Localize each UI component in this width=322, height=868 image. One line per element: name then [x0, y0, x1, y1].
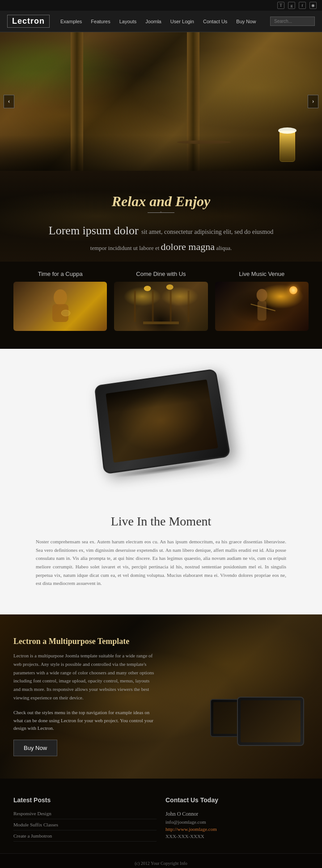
hero-foam — [278, 127, 297, 134]
svg-point-7 — [144, 286, 151, 291]
card-dine-image[interactable] — [114, 282, 208, 331]
header: Lectron Examples Features Layouts Joomla… — [0, 11, 322, 32]
footer-contact-url[interactable]: http://www.joomlage.com — [165, 826, 309, 832]
promo-cta-text: Check out the styles menu in the top nav… — [13, 710, 153, 731]
slider-next-button[interactable]: › — [308, 95, 318, 108]
footer-contact-email: info@joomlage.com — [165, 819, 309, 825]
slider-prev-button[interactable]: ‹ — [4, 95, 14, 108]
promo-tablet-large-screen — [241, 700, 301, 742]
card-music: Live Music Venue — [215, 271, 309, 331]
google-plus-icon[interactable]: g — [288, 2, 295, 9]
cuppa-person-svg — [47, 288, 74, 324]
facebook-icon[interactable]: f — [299, 2, 306, 9]
footer-contact-name: John O Connor — [165, 811, 309, 817]
footer-info: Latest Posts Responsive Design Module Su… — [0, 779, 322, 853]
tablet-screen — [106, 380, 218, 463]
tablet-body — [94, 368, 231, 474]
footer-contact-col: Contact Us Today John O Connor info@joom… — [165, 796, 309, 844]
card-cuppa: Time for a Cuppa — [13, 271, 107, 331]
rss-icon[interactable]: ◉ — [309, 2, 317, 9]
promo-body: Lectron is a multipurpose Joomla templat… — [13, 652, 154, 702]
main-nav: Examples Features Layouts Joomla User Lo… — [60, 19, 270, 24]
nav-contact-us[interactable]: Contact Us — [203, 19, 227, 24]
relax-divider — [148, 212, 174, 213]
relax-section: Relax and Enjoy Lorem ipsum dolor sit am… — [0, 171, 322, 262]
lorem-aliqua: aliqua. — [216, 245, 232, 251]
moment-section: Live In the Moment Noster comprehensam s… — [0, 501, 322, 614]
svg-point-9 — [256, 289, 267, 301]
promo-section: Lectron a Multipurpose Template Lectron … — [0, 614, 322, 779]
promo-text-block: Lectron a Multipurpose Template Lectron … — [13, 637, 154, 756]
twitter-icon[interactable]: 𝕋 — [277, 2, 284, 9]
top-bar: 𝕋 g f ◉ — [0, 0, 322, 11]
promo-title: Lectron a Multipurpose Template — [13, 637, 154, 646]
moment-title: Live In the Moment — [36, 514, 286, 529]
svg-point-2 — [61, 310, 70, 316]
nav-features[interactable]: Features — [91, 19, 110, 24]
footer-posts-col: Latest Posts Responsive Design Module Su… — [13, 796, 157, 844]
tablet-device — [94, 368, 231, 474]
footer-contact-title: Contact Us Today — [165, 796, 309, 804]
svg-rect-6 — [188, 291, 190, 322]
svg-rect-10 — [257, 301, 266, 321]
tablet-section — [0, 349, 322, 501]
buy-now-button[interactable]: Buy Now — [13, 740, 57, 756]
lorem-small: sit amet, consectetur adipisicing elit, … — [141, 229, 273, 235]
footer-post-1[interactable]: Responsive Design — [13, 811, 157, 819]
svg-rect-4 — [152, 291, 154, 322]
card-music-title: Live Music Venue — [215, 271, 309, 277]
svg-rect-5 — [170, 291, 172, 322]
music-svg — [215, 282, 309, 331]
footer-contact-phone: XXX-XXX-XXXX — [165, 834, 309, 839]
logo[interactable]: Lectron — [7, 15, 50, 28]
dine-interior-svg — [114, 282, 208, 331]
card-dine: Come Dine with Us — [114, 271, 208, 331]
svg-point-8 — [166, 284, 174, 290]
hero-slider: ‹ › — [0, 32, 322, 171]
relax-lorem2: tempor incididunt ut labore et dolore ma… — [9, 241, 313, 253]
footer-bottom: (c) 2012 Your Copyright Info Home Templa… — [0, 853, 322, 868]
relax-title: Relax and Enjoy — [9, 193, 313, 210]
card-dine-title: Come Dine with Us — [114, 271, 208, 277]
footer-copyright: (c) 2012 Your Copyright Info — [9, 861, 313, 866]
lorem-dolore: dolore magna — [161, 241, 215, 252]
nav-layouts[interactable]: Layouts — [119, 19, 137, 24]
moment-paragraph: Noster comprehensam sea ex. Autem harum … — [36, 538, 286, 588]
svg-point-0 — [54, 289, 67, 305]
hero-dark-overlay — [0, 135, 322, 171]
lorem-large-start: Lorem ipsum dolor — [49, 224, 139, 237]
nav-user-login[interactable]: User Login — [170, 19, 194, 24]
footer-posts-title: Latest Posts — [13, 796, 157, 804]
promo-cta: Check out the styles menu in the top nav… — [13, 709, 154, 733]
tablet-screen-content — [106, 380, 218, 463]
hero-image — [0, 32, 322, 171]
cuppa-person-figure — [13, 282, 107, 331]
card-music-image[interactable] — [215, 282, 309, 331]
footer-post-3[interactable]: Create a Jumbotron — [13, 833, 157, 842]
nav-buy-now[interactable]: Buy Now — [236, 19, 256, 24]
relax-lorem-block: Lorem ipsum dolor sit amet, consectetur … — [9, 222, 313, 239]
card-cuppa-image[interactable] — [13, 282, 107, 331]
svg-rect-3 — [134, 291, 136, 322]
card-cuppa-title: Time for a Cuppa — [13, 271, 107, 277]
nav-joomla[interactable]: Joomla — [145, 19, 161, 24]
cards-section: Time for a Cuppa Come Dine with Us — [0, 262, 322, 349]
search-input[interactable] — [270, 17, 315, 26]
promo-devices — [168, 648, 309, 746]
nav-examples[interactable]: Examples — [60, 19, 82, 24]
promo-tablet-large — [237, 697, 304, 746]
lorem2-start: tempor incididunt ut labore et — [90, 245, 160, 251]
footer-post-2[interactable]: Module Suffix Classes — [13, 822, 157, 830]
